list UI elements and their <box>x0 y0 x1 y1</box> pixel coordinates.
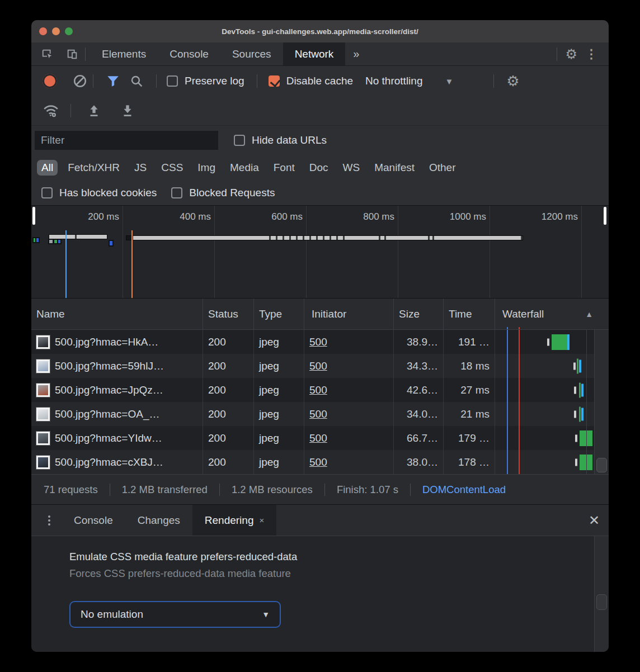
waterfall-queueing-tick <box>575 458 577 466</box>
request-row[interactable]: 500.jpg?hmac=HkA…200jpeg50038.9…191 … <box>31 330 609 354</box>
column-header-name[interactable]: Name <box>31 299 203 329</box>
overview-gridline <box>581 206 582 298</box>
overview-gridline <box>398 206 398 298</box>
initiator-link[interactable]: 500 <box>309 408 327 420</box>
overview-right-handle[interactable] <box>604 207 606 225</box>
inspect-element-icon[interactable] <box>39 46 56 63</box>
device-toolbar-icon[interactable] <box>64 46 81 63</box>
waterfall-blue-bar <box>579 359 581 372</box>
column-header-initiator[interactable]: Initiator <box>304 299 394 329</box>
overview-left-handle[interactable] <box>32 207 35 225</box>
type-filter-media[interactable]: Media <box>225 160 263 176</box>
tab-elements[interactable]: Elements <box>90 42 158 65</box>
preserve-log-label: Preserve log <box>185 75 244 87</box>
initiator-cell: 500 <box>304 354 394 378</box>
dom-content-loaded-marker-line <box>507 330 508 474</box>
drawer-tab-label: Console <box>74 514 113 527</box>
close-tab-icon[interactable]: × <box>259 515 264 525</box>
waterfall-queueing-tick <box>574 386 576 394</box>
tab-console[interactable]: Console <box>158 42 220 65</box>
type-filter-js[interactable]: JS <box>130 160 151 176</box>
filter-input[interactable] <box>35 131 218 150</box>
initiator-link[interactable]: 500 <box>309 456 327 468</box>
settings-gear-icon[interactable]: ⚙ <box>565 48 577 61</box>
table-scrollbar-thumb[interactable] <box>596 458 607 472</box>
request-name-cell[interactable]: 500.jpg?hmac=YIdw… <box>31 426 203 450</box>
sort-arrow-icon[interactable]: ▲ <box>585 310 593 319</box>
column-header-type[interactable]: Type <box>254 299 304 329</box>
initiator-link[interactable]: 500 <box>309 384 327 396</box>
emulation-select-value: No emulation <box>81 608 143 621</box>
type-filter-fetch-xhr[interactable]: Fetch/XHR <box>63 160 124 176</box>
record-network-log-button[interactable] <box>43 74 57 88</box>
preserve-log-checkbox[interactable] <box>167 75 178 87</box>
image-thumbnail <box>36 359 50 373</box>
type-filter-ws[interactable]: WS <box>338 160 365 176</box>
drawer-tab-label: Changes <box>138 514 180 527</box>
select-dropdown-arrow-icon: ▼ <box>262 610 270 619</box>
type-filter-doc[interactable]: Doc <box>305 160 333 176</box>
column-header-status[interactable]: Status <box>203 299 254 329</box>
drawer-close-icon[interactable]: ✕ <box>589 505 600 536</box>
column-header-size[interactable]: Size <box>394 299 444 329</box>
clear-network-log-icon[interactable] <box>72 73 88 89</box>
request-name-cell[interactable]: 500.jpg?hmac=JpQz… <box>31 378 203 402</box>
throttling-select[interactable]: No throttling <box>365 75 422 87</box>
waterfall-queueing-tick <box>547 338 549 346</box>
request-name-cell[interactable]: 500.jpg?hmac=OA_… <box>31 402 203 426</box>
emulation-select[interactable]: No emulation ▼ <box>69 601 281 628</box>
request-name-cell[interactable]: 500.jpg?hmac=HkA… <box>31 330 203 354</box>
initiator-link[interactable]: 500 <box>309 360 327 372</box>
initiator-link[interactable]: 500 <box>309 432 327 444</box>
waterfall-blue-bar <box>581 408 583 420</box>
disable-cache-checkbox[interactable] <box>269 75 280 87</box>
type-filter-manifest[interactable]: Manifest <box>370 160 419 176</box>
request-name-cell[interactable]: 500.jpg?hmac=cXBJ… <box>31 450 203 474</box>
more-tabs-chevron[interactable]: » <box>345 42 367 65</box>
type-filter-font[interactable]: Font <box>269 160 299 176</box>
type-filter-all[interactable]: All <box>37 160 58 176</box>
column-header-time[interactable]: Time <box>444 299 495 329</box>
drawer-scrollbar[interactable] <box>594 536 609 652</box>
network-settings-gear-icon[interactable]: ⚙ <box>506 74 519 88</box>
network-overview-timeline[interactable]: 200 ms400 ms600 ms800 ms1000 ms1200 ms <box>31 206 609 299</box>
tab-sources[interactable]: Sources <box>220 42 283 65</box>
import-har-icon[interactable] <box>86 102 102 119</box>
request-row[interactable]: 500.jpg?hmac=59hlJ…200jpeg50034.3…18 ms <box>31 354 609 378</box>
minimize-window-button[interactable] <box>52 27 60 35</box>
network-summary-bar: 71 requests1.2 MB transferred1.2 MB reso… <box>31 474 609 504</box>
zoom-window-button[interactable] <box>65 27 73 35</box>
request-name-cell[interactable]: 500.jpg?hmac=59hlJ… <box>31 354 203 378</box>
close-window-button[interactable] <box>39 27 47 35</box>
status-cell: 200 <box>203 354 254 378</box>
summary-item: 1.2 MB resources <box>232 484 313 496</box>
type-cell: jpeg <box>254 426 304 450</box>
throttling-dropdown-arrow-icon[interactable]: ▼ <box>445 77 453 86</box>
filter-funnel-icon[interactable] <box>105 73 121 89</box>
request-row[interactable]: 500.jpg?hmac=OA_…200jpeg50034.0…21 ms <box>31 402 609 426</box>
network-conditions-icon[interactable] <box>43 102 59 119</box>
column-header-waterfall[interactable]: Waterfall▲ <box>495 299 609 329</box>
type-filter-css[interactable]: CSS <box>157 160 187 176</box>
type-filter-other[interactable]: Other <box>425 160 460 176</box>
drawer-tab-changes[interactable]: Changes <box>125 505 192 536</box>
request-row[interactable]: 500.jpg?hmac=YIdw…200jpeg50066.7…179 … <box>31 426 609 450</box>
hide-data-urls-checkbox[interactable] <box>234 135 245 146</box>
export-har-icon[interactable] <box>119 102 136 119</box>
table-scrollbar[interactable] <box>594 330 609 474</box>
main-menu-kebab-icon[interactable]: ⋮ <box>581 47 602 61</box>
request-row[interactable]: 500.jpg?hmac=cXBJ…200jpeg50038.0…178 … <box>31 450 609 474</box>
request-row[interactable]: 500.jpg?hmac=JpQz…200jpeg50042.6…27 ms <box>31 378 609 402</box>
drawer-menu-kebab-icon[interactable] <box>37 505 62 536</box>
tab-network[interactable]: Network <box>283 42 346 65</box>
time-cell: 27 ms <box>444 378 495 402</box>
status-cell: 200 <box>203 378 254 402</box>
type-filter-img[interactable]: Img <box>193 160 220 176</box>
search-icon[interactable] <box>128 73 145 89</box>
blocked-requests-checkbox[interactable] <box>171 187 182 198</box>
drawer-tab-console[interactable]: Console <box>62 505 125 536</box>
initiator-link[interactable]: 500 <box>309 336 327 348</box>
has-blocked-cookies-checkbox[interactable] <box>41 187 53 198</box>
drawer-tab-rendering[interactable]: Rendering× <box>192 505 276 536</box>
drawer-scrollbar-thumb[interactable] <box>596 594 607 610</box>
